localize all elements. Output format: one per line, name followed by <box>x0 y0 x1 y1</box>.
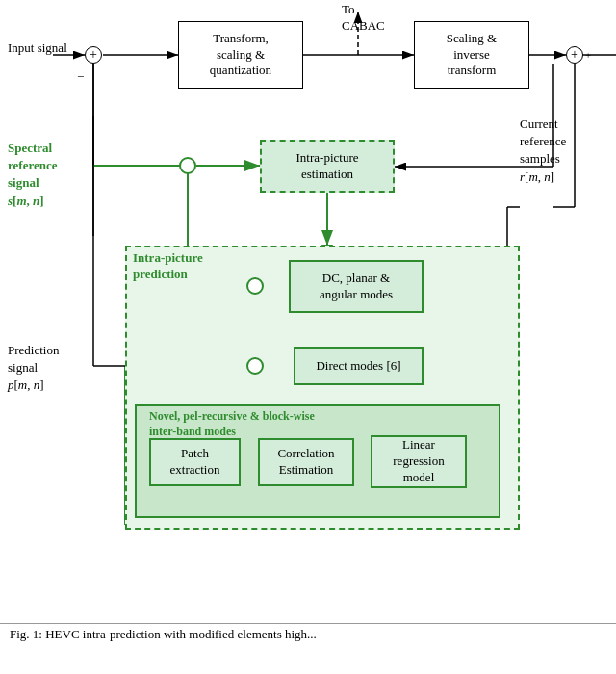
sum-circle-prediction <box>246 277 264 295</box>
to-cabac-label: ToCABAC <box>342 2 385 35</box>
transform-scaling-box: Transform, scaling & quantization <box>178 21 303 89</box>
caption: Fig. 1: HEVC intra-prediction with modif… <box>0 623 616 645</box>
correlation-estimation-box: Correlation Estimation <box>258 438 354 486</box>
spectral-reference-label: Spectralreferencesignals[m, n] <box>8 140 57 210</box>
intra-estimation-box: Intra-picture estimation <box>260 140 395 193</box>
sum-circle-top-right: + <box>566 46 583 64</box>
scaling-inverse-box: Scaling & inverse transform <box>414 21 529 89</box>
direct-modes-box: Direct modes [6] <box>294 347 424 385</box>
plus-right-label: + <box>585 48 591 62</box>
sum-circle-direct <box>246 357 264 375</box>
dc-planar-box: DC, planar & angular modes <box>289 260 424 313</box>
minus-label: − <box>77 69 84 86</box>
intra-prediction-label: Intra-pictureprediction <box>133 250 203 283</box>
spectral-junction-circle <box>179 157 196 174</box>
current-reference-label: Currentreferencesamplesr[m, n] <box>520 116 566 186</box>
input-signal-label: Input signal <box>8 40 67 57</box>
novel-modes-label: Novel, pel-recursive & block-wiseinter-b… <box>149 409 315 439</box>
linear-regression-box: Linear regression model <box>371 435 467 488</box>
diagram-container: Input signal + − Transform, scaling & qu… <box>0 0 616 645</box>
sum-circle-top-left: + <box>85 46 102 64</box>
patch-extraction-box: Patch extraction <box>149 438 241 486</box>
prediction-signal-label: Predictionsignalp[m, n] <box>8 342 59 395</box>
